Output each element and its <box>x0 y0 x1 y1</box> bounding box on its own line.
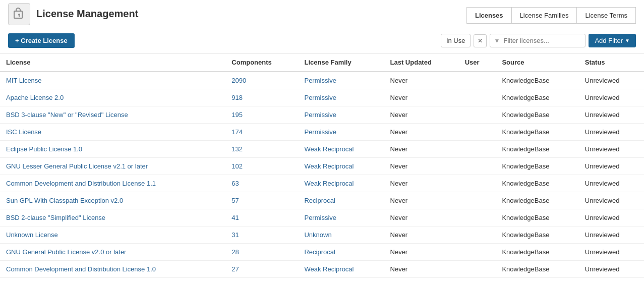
license-cell[interactable]: Common Development and Distribution Lice… <box>0 261 225 278</box>
last-updated-cell: Never <box>384 124 459 141</box>
license-cell[interactable]: MIT License <box>0 72 225 89</box>
license-family-cell[interactable]: Weak Reciprocal <box>298 141 384 158</box>
license-cell[interactable]: Sun GPL With Classpath Exception v2.0 <box>0 192 225 209</box>
license-family-cell[interactable]: Unknown <box>298 226 384 244</box>
license-family-cell[interactable]: Reciprocal <box>298 192 384 209</box>
license-cell[interactable]: Public Domain <box>0 278 225 285</box>
license-table-wrap: License Components License Family Last U… <box>0 53 644 284</box>
license-family-cell[interactable]: Permissive <box>298 106 384 124</box>
license-cell[interactable]: GNU General Public License v2.0 or later <box>0 244 225 261</box>
license-cell[interactable]: Common Development and Distribution Lice… <box>0 175 225 192</box>
source-cell: KnowledgeBase <box>496 278 578 285</box>
status-cell: Unreviewed <box>579 124 644 141</box>
user-cell <box>459 261 496 278</box>
license-family-cell[interactable]: Weak Reciprocal <box>298 261 384 278</box>
source-cell: KnowledgeBase <box>496 226 578 244</box>
components-cell[interactable]: 27 <box>225 278 298 285</box>
last-updated-cell: Never <box>384 158 459 175</box>
license-cell[interactable]: ISC License <box>0 124 225 141</box>
table-row: Apache License 2.0918PermissiveNeverKnow… <box>0 89 644 106</box>
components-cell[interactable]: 132 <box>225 141 298 158</box>
license-cell[interactable]: GNU Lesser General Public License v2.1 o… <box>0 158 225 175</box>
table-row: Public Domain27PermissiveNeverKnowledgeB… <box>0 278 644 285</box>
license-family-cell[interactable]: Permissive <box>298 72 384 89</box>
license-family-cell[interactable]: Permissive <box>298 124 384 141</box>
license-cell[interactable]: Apache License 2.0 <box>0 89 225 106</box>
user-cell <box>459 244 496 261</box>
source-cell: KnowledgeBase <box>496 106 578 124</box>
nav-item-license-families[interactable]: License Families <box>511 7 577 24</box>
license-family-cell[interactable]: Weak Reciprocal <box>298 158 384 175</box>
last-updated-cell: Never <box>384 89 459 106</box>
source-cell: KnowledgeBase <box>496 141 578 158</box>
search-input[interactable] <box>490 34 586 47</box>
col-header-license-family: License Family <box>298 53 384 72</box>
col-header-user: User <box>459 53 496 72</box>
last-updated-cell: Never <box>384 278 459 285</box>
source-cell: KnowledgeBase <box>496 192 578 209</box>
components-cell[interactable]: 57 <box>225 192 298 209</box>
last-updated-cell: Never <box>384 175 459 192</box>
source-cell: KnowledgeBase <box>496 209 578 226</box>
status-cell: Unreviewed <box>579 226 644 244</box>
table-row: ISC License174PermissiveNeverKnowledgeBa… <box>0 124 644 141</box>
components-cell[interactable]: 174 <box>225 124 298 141</box>
create-license-button[interactable]: + Create License <box>8 33 75 48</box>
add-filter-label: Add Filter <box>595 37 623 44</box>
last-updated-cell: Never <box>384 209 459 226</box>
components-cell[interactable]: 28 <box>225 244 298 261</box>
license-family-cell[interactable]: Permissive <box>298 89 384 106</box>
table-row: GNU General Public License v2.0 or later… <box>0 244 644 261</box>
license-cell[interactable]: Unknown License <box>0 226 225 244</box>
col-header-license: License <box>0 53 225 72</box>
status-cell: Unreviewed <box>579 209 644 226</box>
user-cell <box>459 89 496 106</box>
license-family-cell[interactable]: Permissive <box>298 209 384 226</box>
table-header-row: License Components License Family Last U… <box>0 53 644 72</box>
components-cell[interactable]: 918 <box>225 89 298 106</box>
in-use-badge: In Use <box>441 34 471 47</box>
filter-input-wrap: ▼ <box>490 34 586 47</box>
license-family-cell[interactable]: Weak Reciprocal <box>298 175 384 192</box>
table-row: BSD 2-clause "Simplified" License41Permi… <box>0 209 644 226</box>
table-row: Sun GPL With Classpath Exception v2.057R… <box>0 192 644 209</box>
status-cell: Unreviewed <box>579 72 644 89</box>
status-cell: Unreviewed <box>579 158 644 175</box>
user-cell <box>459 226 496 244</box>
license-family-cell[interactable]: Permissive <box>298 278 384 285</box>
status-cell: Unreviewed <box>579 278 644 285</box>
source-cell: KnowledgeBase <box>496 261 578 278</box>
last-updated-cell: Never <box>384 192 459 209</box>
license-cell[interactable]: BSD 3-clause "New" or "Revised" License <box>0 106 225 124</box>
source-cell: KnowledgeBase <box>496 72 578 89</box>
status-cell: Unreviewed <box>579 89 644 106</box>
add-filter-button[interactable]: Add Filter ▼ <box>589 34 636 47</box>
nav-item-license-terms[interactable]: License Terms <box>576 7 636 24</box>
col-header-last-updated: Last Updated <box>384 53 459 72</box>
dropdown-arrow-icon: ▼ <box>625 38 630 43</box>
license-cell[interactable]: BSD 2-clause "Simplified" License <box>0 209 225 226</box>
user-cell <box>459 278 496 285</box>
clear-filter-button[interactable]: ✕ <box>474 34 487 47</box>
last-updated-cell: Never <box>384 261 459 278</box>
components-cell[interactable]: 102 <box>225 158 298 175</box>
components-cell[interactable]: 41 <box>225 209 298 226</box>
components-cell[interactable]: 27 <box>225 261 298 278</box>
components-cell[interactable]: 195 <box>225 106 298 124</box>
last-updated-cell: Never <box>384 72 459 89</box>
components-cell[interactable]: 2090 <box>225 72 298 89</box>
source-cell: KnowledgeBase <box>496 244 578 261</box>
user-cell <box>459 175 496 192</box>
user-cell <box>459 124 496 141</box>
status-cell: Unreviewed <box>579 175 644 192</box>
user-cell <box>459 106 496 124</box>
nav-item-licenses[interactable]: Licenses <box>466 7 511 24</box>
license-family-cell[interactable]: Reciprocal <box>298 244 384 261</box>
license-cell[interactable]: Eclipse Public License 1.0 <box>0 141 225 158</box>
components-cell[interactable]: 31 <box>225 226 298 244</box>
components-cell[interactable]: 63 <box>225 175 298 192</box>
user-cell <box>459 141 496 158</box>
source-cell: KnowledgeBase <box>496 89 578 106</box>
user-cell <box>459 72 496 89</box>
filter-icon: ▼ <box>494 37 500 44</box>
